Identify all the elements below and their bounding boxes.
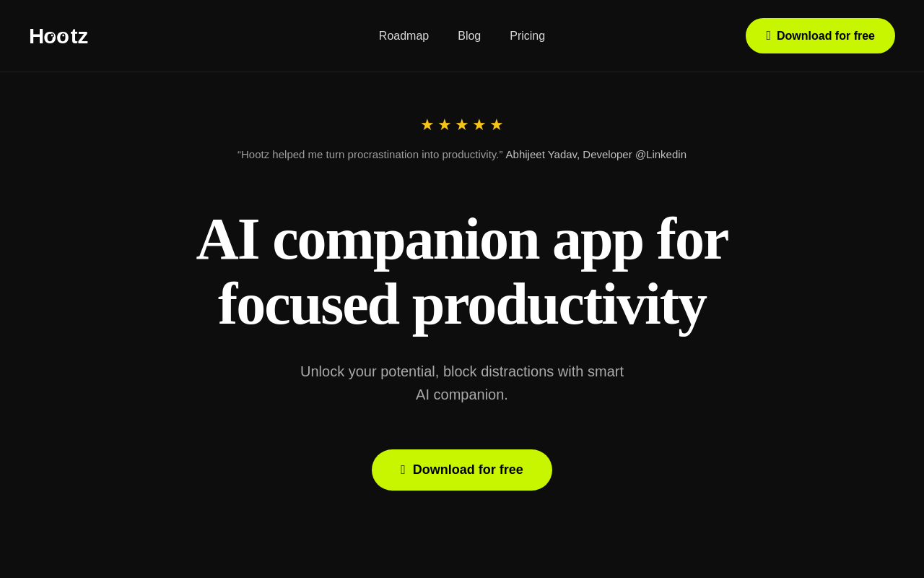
hero-download-button[interactable]:  Download for free [372,449,552,491]
svg-text:H: H [29,24,44,48]
nav-download-button[interactable]:  Download for free [746,18,895,53]
hero-section: ★ ★ ★ ★ ★ “Hootz helped me turn procrast… [0,72,924,491]
nav-blog[interactable]: Blog [458,30,481,43]
star-5: ★ [489,116,504,134]
star-1: ★ [420,116,435,134]
star-rating: ★ ★ ★ ★ ★ [420,116,504,134]
logo-icon: H oo tz [29,23,108,49]
nav-pricing[interactable]: Pricing [510,30,545,43]
hero-download-label: Download for free [413,462,523,478]
testimonial-author: Abhijeet Yadav, Developer @Linkedin [506,148,687,160]
hero-subtitle: Unlock your potential, block distraction… [300,360,624,406]
svg-point-3 [51,34,53,36]
hero-heading-line1: AI companion app for [196,206,728,272]
nav-download-label: Download for free [777,30,875,43]
nav-links: Roadmap Blog Pricing [379,30,545,43]
svg-text:oo: oo [43,24,69,48]
svg-point-5 [62,34,64,36]
apple-icon-hero:  [401,462,406,478]
testimonial-text: “Hootz helped me turn procrastination in… [237,148,502,160]
testimonial: “Hootz helped me turn procrastination in… [237,146,687,163]
logo[interactable]: H oo tz [29,23,108,49]
star-3: ★ [455,116,469,134]
hero-heading: AI companion app for focused productivit… [196,207,728,337]
hero-subtitle-line1: Unlock your potential, block distraction… [300,363,624,379]
nav-roadmap[interactable]: Roadmap [379,30,429,43]
apple-icon-nav:  [766,28,771,43]
svg-text:tz: tz [71,24,88,48]
star-2: ★ [437,116,452,134]
navbar: H oo tz Roadmap Blog Pricing  Download … [0,0,924,72]
hero-subtitle-line2: AI companion. [416,387,508,402]
star-4: ★ [472,116,487,134]
hero-heading-line2: focused productivity [218,271,706,337]
